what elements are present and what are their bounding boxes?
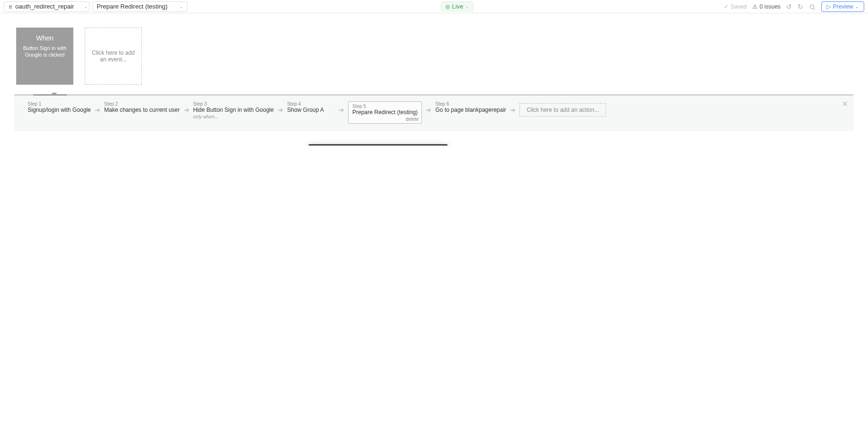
arrow-right-icon: ➔ — [278, 101, 283, 114]
step-1[interactable]: Step 1 Signup/login with Google — [28, 101, 91, 113]
file-icon: 🗎 — [8, 4, 13, 10]
svg-line-1 — [814, 8, 815, 10]
search-icon[interactable] — [809, 2, 816, 10]
step-4[interactable]: Step 4 Show Group A — [287, 101, 335, 113]
page-name: oauth_redirect_repair — [15, 3, 74, 10]
arrow-right-icon: ➔ — [510, 101, 516, 114]
event-when-label: When — [36, 34, 54, 42]
preview-button[interactable]: ▷ Preview ⌄ — [821, 1, 864, 12]
saved-status: ✓ Saved — [724, 3, 747, 10]
target-icon: ◎ — [445, 3, 450, 10]
workflow-canvas: When Button Sign in with Google is click… — [0, 13, 868, 146]
workflow-selector-dropdown[interactable]: Prepare Redirect (testing) ⌄ — [92, 1, 188, 12]
steps-strip: ✕ Step 1 Signup/login with Google ➔ Step… — [14, 94, 854, 131]
arrow-right-icon: ➔ — [95, 101, 100, 114]
live-version-dropdown[interactable]: ◎ Live ⌄ — [441, 1, 473, 11]
add-action-placeholder[interactable]: Click here to add an action... — [519, 103, 606, 117]
top-toolbar: 🗎 oauth_redirect_repair ⌄ Prepare Redire… — [0, 0, 868, 13]
event-card-when[interactable]: When Button Sign in with Google is click… — [16, 28, 73, 85]
action-settings-popup: Prepare Redirect (testing) ✖ Create a ne… — [309, 144, 448, 146]
arrow-right-icon: ➔ — [426, 101, 431, 114]
check-icon: ✓ — [724, 3, 728, 10]
event-description: Button Sign in with Google is clicked — [16, 45, 73, 59]
add-event-placeholder[interactable]: Click here to add an event... — [85, 28, 142, 85]
undo-icon[interactable]: ↺ — [786, 3, 792, 10]
popup-header[interactable]: Prepare Redirect (testing) ✖ — [309, 144, 448, 146]
workflow-name: Prepare Redirect (testing) — [97, 3, 168, 10]
pointer-arrow — [51, 93, 57, 96]
delete-step-link[interactable]: delete — [406, 117, 419, 122]
chevron-down-icon: ⌄ — [465, 4, 469, 9]
issues-button[interactable]: ⚠ 0 issues — [752, 3, 780, 10]
close-icon[interactable]: ✕ — [842, 99, 848, 108]
live-label: Live — [452, 3, 463, 10]
step-3[interactable]: Step 3 Hide Button Sign in with Google o… — [193, 101, 274, 119]
chevron-down-icon: ⌄ — [180, 4, 183, 9]
chevron-down-icon: ⌄ — [84, 4, 88, 9]
arrow-right-icon: ➔ — [339, 101, 344, 114]
redo-icon[interactable]: ↻ — [798, 3, 803, 10]
warning-icon: ⚠ — [752, 3, 758, 10]
arrow-right-icon: ➔ — [184, 101, 190, 114]
step-5-active[interactable]: Step 5 Prepare Redirect (testing) delete — [348, 101, 422, 124]
step-6[interactable]: Step 6 Go to page blankpagerepair — [435, 101, 506, 113]
step-2[interactable]: Step 2 Make changes to current user — [104, 101, 180, 113]
chevron-down-icon: ⌄ — [855, 4, 859, 9]
play-icon: ▷ — [827, 3, 831, 10]
svg-point-0 — [810, 5, 814, 9]
page-selector-dropdown[interactable]: 🗎 oauth_redirect_repair ⌄ — [4, 1, 90, 12]
